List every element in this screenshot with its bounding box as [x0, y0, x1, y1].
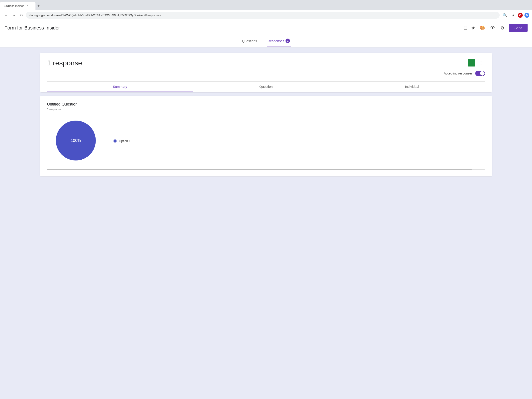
subtab-individual[interactable]: Individual — [339, 82, 485, 92]
active-tab[interactable]: Business Insider × — [0, 2, 35, 10]
responses-label: Responses — [267, 39, 284, 43]
profile-icon: B — [525, 13, 529, 18]
main-content: 1 response ⌴ ⋮ Accepting responses — [0, 47, 532, 399]
scroll-thumb — [47, 169, 472, 170]
folder-icon: ⎕ — [464, 25, 467, 30]
tab-close-button[interactable]: × — [25, 4, 29, 8]
grid-icon: ⌴ — [470, 61, 473, 65]
opera-icon: O — [518, 13, 523, 18]
legend-dot — [114, 139, 117, 143]
send-button[interactable]: Send — [509, 24, 528, 32]
browser-chrome: Business Insider × + ← → ↻ 🔍 ★ O B — [0, 0, 532, 21]
preview-icon: 👁 — [491, 25, 495, 30]
zoom-button[interactable]: 🔍 — [501, 12, 508, 19]
response-count: 1 response — [47, 59, 485, 67]
chart-area: 100% Option 1 — [47, 116, 485, 166]
legend-label: Option 1 — [119, 139, 131, 143]
questions-label: Questions — [242, 39, 257, 43]
svg-text:100%: 100% — [71, 138, 81, 143]
legend-area: Option 1 — [114, 139, 131, 143]
response-header-card: 1 response ⌴ ⋮ Accepting responses — [40, 53, 492, 92]
new-tab-button[interactable]: + — [35, 3, 42, 9]
question-label: Question — [259, 85, 273, 89]
responses-badge: 1 — [285, 38, 290, 43]
address-bar-row: ← → ↻ 🔍 ★ O B — [0, 10, 532, 21]
back-button[interactable]: ← — [3, 12, 9, 19]
settings-button[interactable]: ⚙ — [498, 23, 507, 33]
star-button[interactable]: ★ — [469, 23, 477, 33]
star-icon: ★ — [471, 25, 475, 31]
question-card: Untitled Question 1 response 100% Option… — [40, 96, 492, 177]
tab-responses[interactable]: Responses 1 — [267, 35, 291, 47]
subtab-summary[interactable]: Summary — [47, 82, 193, 92]
form-title: Form for Business Insider — [4, 25, 462, 31]
forward-button[interactable]: → — [11, 12, 17, 19]
toggle-thumb — [480, 71, 485, 76]
summary-label: Summary — [113, 85, 127, 89]
more-options-button[interactable]: ⋮ — [477, 59, 485, 66]
subtab-question[interactable]: Question — [193, 82, 339, 92]
scroll-indicator[interactable] — [47, 169, 485, 170]
legend-item: Option 1 — [114, 139, 131, 143]
palette-icon: 🎨 — [480, 25, 485, 31]
header-actions: 🎨 👁 ⚙ Send — [477, 23, 528, 33]
palette-button[interactable]: 🎨 — [477, 23, 488, 33]
tab-bar: Business Insider × + — [0, 0, 532, 10]
individual-label: Individual — [405, 85, 419, 89]
refresh-button[interactable]: ↻ — [19, 12, 24, 19]
settings-icon: ⚙ — [500, 25, 504, 31]
question-title: Untitled Question — [47, 102, 485, 107]
address-input[interactable] — [26, 12, 500, 19]
sub-tabs: Summary Question Individual — [47, 81, 485, 92]
accepting-toggle[interactable] — [475, 71, 485, 76]
question-response-count: 1 response — [47, 108, 485, 111]
accepting-label: Accepting responses — [444, 72, 473, 75]
nav-tabs: Questions Responses 1 — [0, 35, 532, 47]
response-header-inner: 1 response ⌴ ⋮ Accepting responses — [47, 59, 485, 80]
folder-button[interactable]: ⎕ — [462, 23, 469, 32]
tab-title: Business Insider — [3, 4, 24, 7]
preview-button[interactable]: 👁 — [488, 23, 497, 32]
spreadsheet-icon-button[interactable]: ⌴ — [468, 59, 475, 66]
accepting-row: Accepting responses — [47, 71, 485, 80]
bookmark-button[interactable]: ★ — [510, 12, 516, 19]
app-header: Form for Business Insider ⎕ ★ 🎨 👁 ⚙ Send — [0, 21, 532, 35]
tab-questions[interactable]: Questions — [241, 35, 258, 47]
pie-chart: 100% — [51, 116, 100, 166]
toggle-track — [475, 71, 485, 76]
